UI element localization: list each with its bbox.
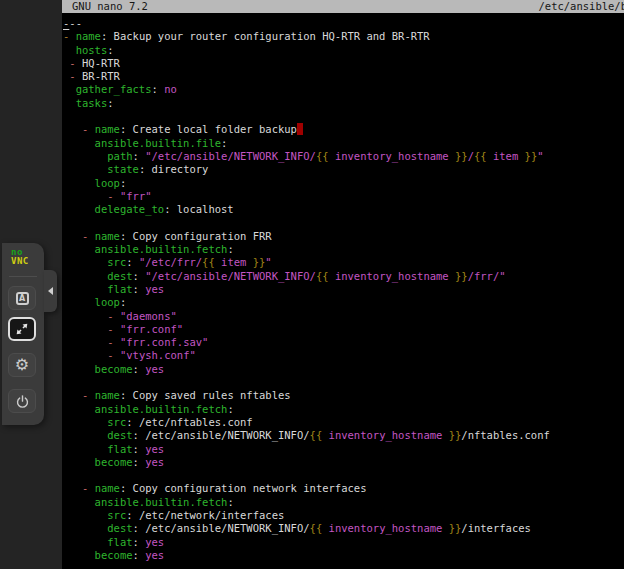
editor-line: - name: Copy saved rules nftables <box>63 389 624 402</box>
editor-line <box>63 110 624 123</box>
keyboard-key-a-icon: A <box>16 292 29 305</box>
editor-line: - name: Copy configuration FRR <box>63 230 624 243</box>
editor-line: src: /etc/nftables.conf <box>63 416 624 429</box>
editor-line: dest: "/etc/ansible/NETWORK_INFO/{{ inve… <box>63 270 624 283</box>
editor-line: src: "/etc/frr/{{ item }}" <box>63 256 624 269</box>
editor-line: become: yes <box>63 363 624 376</box>
editor-line: state: directory <box>63 163 624 176</box>
novnc-logo-vnc: VNC <box>11 257 29 266</box>
editor-line <box>63 376 624 389</box>
terminal-screen[interactable]: GNU nano 7.2 /etc/ansible/b ---- name: B… <box>62 0 624 569</box>
power-icon <box>14 393 31 410</box>
editor-line: flat: yes <box>63 443 624 456</box>
editor-line: ansible.builtin.fetch: <box>63 403 624 416</box>
editor-line: tasks: <box>63 97 624 110</box>
vnc-control-panel: no VNC A ⚙ <box>2 243 44 425</box>
editor-line: loop: <box>63 177 624 190</box>
editor-line: gather_facts: no <box>63 83 624 96</box>
settings-button[interactable]: ⚙ <box>8 353 36 377</box>
editor-line: path: "/etc/ansible/NETWORK_INFO/{{ inve… <box>63 150 624 163</box>
novnc-logo: no VNC <box>11 248 29 266</box>
editor-line: hosts: <box>63 44 624 57</box>
panel-divider <box>9 276 37 277</box>
editor-line: - BR-RTR <box>63 70 624 83</box>
editor-line: flat: yes <box>63 283 624 296</box>
editor-line: loop: <box>63 296 624 309</box>
editor-line: - "vtysh.conf" <box>63 349 624 362</box>
editor-line: become: yes <box>63 549 624 562</box>
editor-line: flat: yes <box>63 536 624 549</box>
text-cursor <box>297 123 303 135</box>
editor-line: - "daemons" <box>63 310 624 323</box>
editor-line: - "frr.conf" <box>63 323 624 336</box>
editor-line: dest: /etc/ansible/NETWORK_INFO/{{ inven… <box>63 429 624 442</box>
editor-line: delegate_to: localhost <box>63 203 624 216</box>
editor-line: ansible.builtin.fetch: <box>63 496 624 509</box>
editor-line: - name: Create local folder backup <box>63 123 624 136</box>
vnc-side-strip: no VNC A ⚙ <box>0 0 62 569</box>
editor-line: --- <box>63 17 624 30</box>
editor-line: dest: /etc/ansible/NETWORK_INFO/{{ inven… <box>63 522 624 535</box>
gear-icon: ⚙ <box>15 357 29 373</box>
editor-line: - HQ-RTR <box>63 57 624 70</box>
editor-line: - name: Backup your router configuration… <box>63 30 624 43</box>
editor-line: ansible.builtin.fetch: <box>63 243 624 256</box>
editor-line <box>63 469 624 482</box>
editor-line: ansible.builtin.file: <box>63 137 624 150</box>
nano-file-path: /etc/ansible/b <box>538 0 624 13</box>
nano-app-title: GNU nano 7.2 <box>72 0 148 13</box>
nano-titlebar: GNU nano 7.2 /etc/ansible/b <box>62 0 624 13</box>
editor-line: - "frr" <box>63 190 624 203</box>
editor-line: - name: Copy configuration network inter… <box>63 482 624 495</box>
editor-line: src: /etc/network/interfaces <box>63 509 624 522</box>
editor-line: become: yes <box>63 456 624 469</box>
keyboard-button[interactable]: A <box>8 286 36 310</box>
power-button[interactable] <box>8 389 36 413</box>
editor-line <box>63 216 624 229</box>
chevron-left-icon <box>48 287 53 295</box>
panel-collapse-handle[interactable] <box>44 270 57 312</box>
editor-content[interactable]: ---- name: Backup your router configurat… <box>63 17 624 569</box>
editor-line: - "frr.conf.sav" <box>63 336 624 349</box>
fullscreen-button[interactable] <box>8 317 36 341</box>
fullscreen-icon <box>14 321 30 337</box>
